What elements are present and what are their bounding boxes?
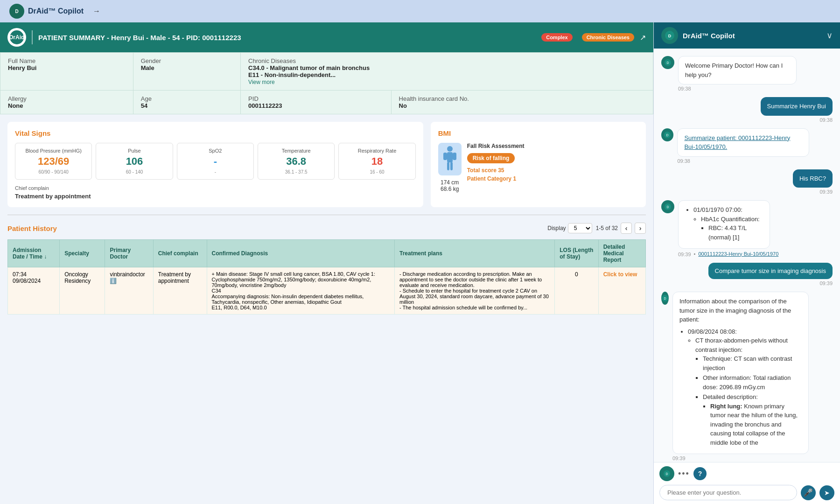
bmi-figure: 174 cm 68.6 kg <box>438 143 462 192</box>
patient-history-table: Admission Date / Time ↓ Specialty Primar… <box>7 239 646 315</box>
bmi-title: BMI <box>438 129 638 137</box>
vital-signs-card: Vital Signs Blood Pressure (mmHG) 123/69… <box>7 122 423 207</box>
compare-bubble: Compare tumor size in imaging diagnosis <box>708 263 833 279</box>
input-row: 🎤 ➤ <box>659 485 834 500</box>
message-summarize: Summarize Henry Bui 09:38 <box>661 97 833 123</box>
display-count-select[interactable]: 5 10 20 <box>568 223 592 233</box>
header-divider <box>32 30 33 44</box>
history-header: Patient History Display 5 10 20 1-5 of 3… <box>7 223 646 234</box>
vital-blood-pressure: Blood Pressure (mmHG) 123/69 60/90 - 90/… <box>15 143 92 180</box>
vital-respiratory-rate: Respiratory Rate 18 16 - 60 <box>338 143 415 180</box>
patient-header: DrAid PATIENT SUMMARY - Henry Bui - Male… <box>0 22 653 52</box>
summarize-bubble: Summarize Henry Bui <box>761 97 833 116</box>
detailed-sublist: Right lung: Known primary tumor near the… <box>703 402 802 448</box>
patient-link-rbc[interactable]: 0001112223-Henry Bui-10/05/1970 <box>698 251 778 257</box>
pid-label: PID <box>248 95 259 102</box>
welcome-time: 09:38 <box>678 86 818 91</box>
message-rbc-result: D 01/01/1970 07:00: HbA1c Quantification… <box>661 200 833 257</box>
gender-value: Male <box>141 64 154 71</box>
col-los: LOS (Length of Stay) <box>555 240 598 267</box>
navigation-arrow[interactable]: → <box>93 7 100 15</box>
fall-risk-title: Fall Risk Assessment <box>467 143 638 149</box>
vital-pulse-value: 106 <box>100 155 168 168</box>
vital-rr-label: Respiratory Rate <box>343 148 411 154</box>
bmi-card: BMI <box>431 122 646 207</box>
weight-value: 68.6 kg <box>441 186 459 192</box>
svg-text:D: D <box>664 297 666 300</box>
copilot-messages-area: D Welcome Primary Doctor! How can I help… <box>654 49 840 462</box>
specialty-cell: Oncology Residency <box>60 267 105 315</box>
vital-temp-label: Temperature <box>262 148 330 154</box>
detailed-report-cell[interactable]: Click to view <box>598 267 645 315</box>
chief-complain-label: Chief complain <box>15 185 416 191</box>
rbc-list: 01/01/1970 07:00: HbA1c Quantification: … <box>685 205 763 242</box>
age-label: Age <box>141 95 152 102</box>
full-name-label: Full Name <box>8 57 35 64</box>
patient-summary-link[interactable]: Summarize patient: 0001112223-Henry Bui-… <box>684 134 790 151</box>
health-insurance-label: Health insurance card No. <box>399 95 469 102</box>
bot-avatar-icon-3: D <box>661 200 674 213</box>
rbc-date-item: 01/01/1970 07:00: HbA1c Quantification: … <box>693 205 763 242</box>
logo-icon: D <box>9 4 24 19</box>
message-compare-result: D Information about the comparison of th… <box>661 292 833 461</box>
patient-info-table: Full NameHenry Bui GenderMale Chronic Di… <box>0 52 653 114</box>
hba1c-item: HbA1c Quantification: RBC: 4.43 T/L (nor… <box>701 215 763 242</box>
pid-value: 0001112223 <box>248 102 282 109</box>
summarize-text: Summarize Henry Bui <box>767 103 826 110</box>
detailed-desc-item: Detailed description: Right lung: Known … <box>703 392 802 447</box>
next-page-button[interactable]: › <box>635 223 646 234</box>
compare-result-time: 09:39 <box>672 455 833 461</box>
summarize-time: 09:38 <box>819 117 833 123</box>
rbc-result-bubble: 01/01/1970 07:00: HbA1c Quantification: … <box>678 200 770 249</box>
app-logo: D DrAid™ Copilot <box>9 4 84 19</box>
chronic-diseases-value1: C34.0 - Malignant tumor of main bronchus <box>248 64 370 71</box>
chronic-diseases-badge: Chronic Diseases <box>582 33 634 42</box>
help-button[interactable]: ? <box>693 467 707 480</box>
svg-text:D: D <box>665 472 668 476</box>
vital-temperature: Temperature 36.8 36.1 - 37.5 <box>258 143 335 180</box>
ct-item: CT thorax-abdomen-pelvis without contras… <box>695 336 802 447</box>
technique-item: Technique: CT scan with contrast injecti… <box>703 354 802 372</box>
vital-bp-range: 60/90 - 90/140 <box>19 169 88 175</box>
link-time: 09:38 <box>677 158 833 164</box>
copilot-collapse-icon[interactable]: ∨ <box>826 30 833 41</box>
chronic-diseases-value2: E11 - Non-insulin-dependent... <box>248 71 336 78</box>
toolbar-main-button[interactable]: D <box>659 466 674 481</box>
col-confirmed-diagnosis: Confirmed Diagnosis <box>207 240 394 267</box>
compare-list: 09/08/2024 08:08: CT thorax-abdomen-pelv… <box>679 327 802 448</box>
click-to-view-link[interactable]: Click to view <box>603 271 637 278</box>
vital-spo2-label: SpO2 <box>181 148 250 154</box>
gender-label: Gender <box>141 57 161 64</box>
bot-avatar-icon-4: D <box>661 292 669 305</box>
compare-result-bubble: Information about the comparison of the … <box>672 292 809 454</box>
svg-text:D: D <box>666 205 669 209</box>
prev-page-button[interactable]: ‹ <box>621 223 632 234</box>
copilot-icon: D <box>661 27 678 44</box>
copilot-text-input[interactable] <box>659 485 797 500</box>
col-primary-doctor: Primary Doctor <box>105 240 153 267</box>
left-panel: DrAid PATIENT SUMMARY - Henry Bui - Male… <box>0 22 653 504</box>
toolbar-more-options[interactable]: ••• <box>678 469 690 479</box>
send-button[interactable]: ➤ <box>819 485 834 500</box>
ct-sublist: Technique: CT scan with contrast injecti… <box>695 354 802 447</box>
link-bubble[interactable]: Summarize patient: 0001112223-Henry Bui-… <box>677 128 809 157</box>
vital-pulse-range: 60 - 140 <box>100 169 168 175</box>
copilot-toolbar: D ••• ? <box>659 466 834 481</box>
rbc-value-item: RBC: 4.43 T/L (normal) [1] <box>708 224 763 242</box>
svg-rect-5 <box>447 152 453 162</box>
bot-avatar-icon: D <box>661 56 674 69</box>
external-link-icon[interactable]: ↗ <box>640 33 646 42</box>
copilot-header: D DrAid™ Copilot ∨ <box>654 22 840 49</box>
svg-rect-6 <box>443 153 447 160</box>
body-figure-icon <box>438 143 462 175</box>
patient-category: Patient Category 1 <box>467 175 638 182</box>
height-value: 174 cm <box>441 179 459 186</box>
bmi-measurements: 174 cm 68.6 kg <box>441 179 459 192</box>
view-more-link[interactable]: View more <box>248 79 274 85</box>
col-specialty: Specialty <box>60 240 105 267</box>
mic-button[interactable]: 🎤 <box>801 485 816 500</box>
rbc-bubble: His RBC? <box>793 169 833 188</box>
vitals-bmi-section: Vital Signs Blood Pressure (mmHG) 123/69… <box>0 114 653 215</box>
message-rbc: His RBC? 09:39 <box>661 169 833 195</box>
display-select[interactable]: Display 5 10 20 <box>547 223 592 233</box>
